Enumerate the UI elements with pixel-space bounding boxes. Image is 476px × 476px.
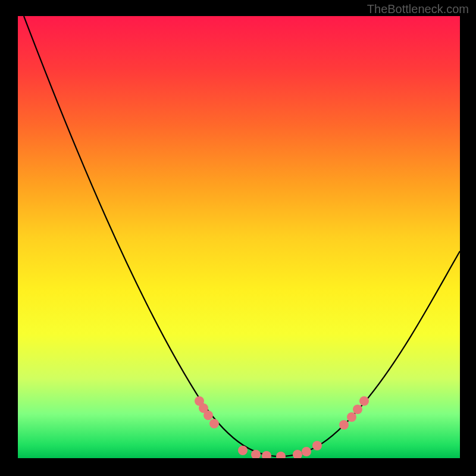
data-point <box>359 396 369 406</box>
data-point <box>203 411 213 420</box>
watermark-text: TheBottleneck.com <box>367 2 469 16</box>
data-point <box>353 405 362 414</box>
data-point <box>209 419 219 428</box>
data-point <box>262 451 271 458</box>
data-point <box>347 412 356 422</box>
data-point <box>195 396 204 406</box>
data-point <box>302 447 311 456</box>
chart-svg <box>18 16 460 458</box>
data-point <box>238 446 248 455</box>
data-point <box>199 403 208 413</box>
data-point <box>312 441 322 450</box>
data-point <box>276 452 286 458</box>
gradient-plot-area <box>18 16 460 458</box>
data-point <box>293 450 302 458</box>
bottleneck-curve-path <box>24 16 460 456</box>
data-point <box>251 450 261 458</box>
data-point <box>339 420 349 430</box>
data-points-group <box>195 396 369 458</box>
